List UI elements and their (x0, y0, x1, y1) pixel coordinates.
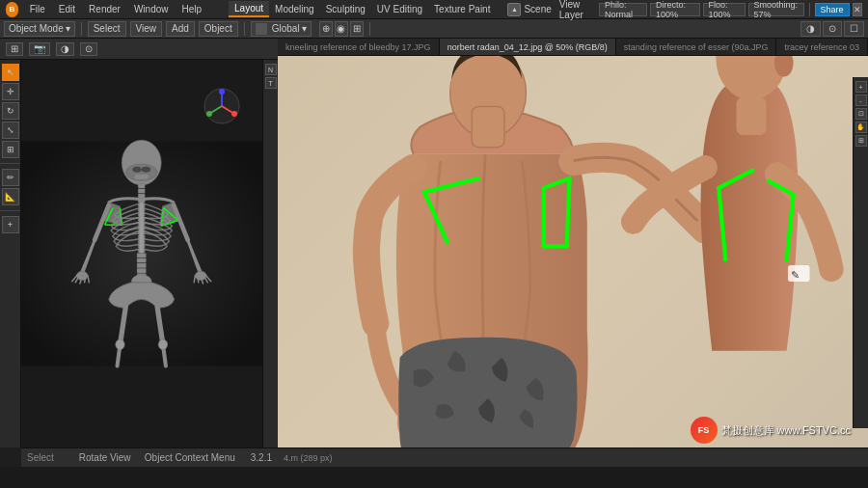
tab-layout[interactable]: Layout (229, 1, 269, 17)
left-viewport: ⊞ 📷 ◑ ⊙ ↖ ✛ ↻ ⤡ ⊞ ✏ 📐 + N T (0, 39, 278, 467)
left-sidebar: ↖ ✛ ↻ ⤡ ⊞ ✏ 📐 + (0, 60, 21, 447)
ref-tab-2[interactable]: norbert radan_04_12.jpg @ 50% (RGB/8) (440, 39, 616, 56)
top-menu-bar: B File Edit Render Window Help Layout Mo… (0, 0, 868, 19)
viewport-shading-type[interactable]: ◑ (56, 42, 74, 56)
viewport-cam-btn[interactable]: 📷 (29, 42, 50, 56)
scene-icon: ▲ (507, 3, 521, 16)
mirror-btn[interactable]: ⊞ (350, 21, 364, 37)
tab-texture-paint[interactable]: Texture Paint (428, 2, 496, 16)
svg-rect-33 (139, 203, 144, 254)
share-button[interactable]: Share (815, 3, 850, 16)
watermark-logo: FS (691, 417, 718, 444)
tool-rotate[interactable]: ↻ (2, 102, 19, 120)
menu-window[interactable]: Window (128, 2, 175, 16)
viewport-shading-btn[interactable]: ◑ (800, 21, 821, 37)
right-panel-tabs: kneeling reference of bleedby 17.JPG nor… (278, 39, 868, 56)
second-toolbar: Object Mode ▾ Select View Add Object Glo… (0, 19, 868, 39)
svg-rect-24 (137, 268, 146, 273)
ref-tab-1[interactable]: kneeling reference of bleedby 17.JPG (278, 39, 440, 56)
svg-point-3 (132, 167, 141, 173)
menu-help[interactable]: Help (176, 2, 207, 16)
tab-sculpting[interactable]: Sculpting (320, 2, 371, 16)
tool-annotate[interactable]: ✏ (2, 169, 19, 186)
transform-icon (256, 23, 267, 35)
smoothing-control[interactable]: Smoothing: 57% (748, 3, 804, 16)
zoom-region-icon[interactable]: ⊞ (855, 135, 867, 147)
svg-rect-22 (137, 258, 146, 263)
tool-cursor[interactable]: ↖ (2, 64, 19, 81)
object-mode-label: Object Mode (9, 23, 64, 34)
tool-transform[interactable]: ⊞ (2, 141, 19, 158)
version-display: 3.2.1 (251, 452, 272, 463)
philo-control[interactable]: Philo: Normal (599, 3, 647, 16)
dropdown-arrow: ▾ (66, 23, 70, 34)
right-panel-footer: 4.m (289 px) (278, 447, 868, 467)
athletes-svg: ✎ (278, 56, 868, 447)
svg-rect-50 (472, 106, 504, 147)
zoom-in-icon[interactable]: + (855, 81, 867, 93)
add-btn[interactable]: Add (166, 21, 195, 37)
tool-move[interactable]: ✛ (2, 83, 19, 100)
svg-point-44 (206, 111, 212, 117)
object-mode-dropdown[interactable]: Object Mode ▾ (4, 21, 75, 37)
viewport-header: ⊞ 📷 ◑ ⊙ (0, 39, 278, 60)
viewport-canvas[interactable] (21, 60, 262, 447)
prop-edit-btn[interactable]: ◉ (335, 21, 348, 37)
npanel-toggle[interactable]: N (265, 64, 277, 75)
menu-edit[interactable]: Edit (53, 2, 81, 16)
viewport-overlay-btn[interactable]: ⊙ (823, 21, 842, 37)
svg-point-42 (219, 89, 225, 95)
transform-dropdown[interactable]: Global ▾ (251, 21, 312, 37)
sep2 (244, 22, 245, 36)
xray-btn[interactable]: ☐ (844, 21, 864, 37)
app-icon: B (6, 2, 18, 17)
menu-render[interactable]: Render (83, 2, 126, 16)
view-layer-label[interactable]: View Layer (559, 0, 597, 20)
viewport-shading-mode[interactable]: ⊙ (80, 42, 97, 56)
svg-point-36 (116, 339, 124, 350)
svg-rect-23 (137, 263, 146, 268)
menu-file[interactable]: File (24, 2, 51, 16)
svg-rect-6 (138, 183, 145, 188)
watermark: FS 梵摄创意库 www.FSTVC.cc (691, 417, 851, 444)
reference-image: ✎ (278, 56, 868, 447)
svg-text:✎: ✎ (791, 269, 800, 281)
ref-tab-4[interactable]: tracey reference 03 (776, 39, 868, 56)
pan-icon[interactable]: ✋ (855, 122, 867, 133)
directo-control[interactable]: Directo: 100% (650, 3, 700, 16)
tab-modeling[interactable]: Modeling (269, 2, 320, 16)
tool-measure[interactable]: 📐 (2, 188, 19, 205)
navigation-gizmo[interactable] (203, 87, 241, 125)
tool-add[interactable]: + (2, 216, 19, 233)
select-btn[interactable]: Select (88, 21, 126, 37)
tool-separator (0, 163, 20, 164)
svg-rect-60 (737, 97, 767, 135)
view-btn[interactable]: View (130, 21, 163, 37)
tool-scale[interactable]: ⤡ (2, 122, 19, 139)
separator (809, 3, 810, 16)
global-label: Global (272, 23, 300, 34)
ref-tab-3[interactable]: standing reference of esser (90a.JPG (616, 39, 777, 56)
scene-label[interactable]: Scene (524, 4, 551, 14)
sep1 (81, 22, 82, 36)
fit-view-icon[interactable]: ⊡ (855, 108, 867, 120)
tab-uv-editing[interactable]: UV Editing (371, 2, 428, 16)
file-info: 4.m (289 px) (284, 453, 333, 463)
svg-rect-21 (137, 253, 146, 258)
watermark-text: 梵摄创意库 www.FSTVC.cc (721, 423, 851, 438)
zoom-out-icon[interactable]: - (855, 95, 867, 106)
svg-point-37 (158, 339, 167, 350)
viewport-menu-btn[interactable]: ⊞ (6, 42, 23, 56)
close-button[interactable]: ✕ (853, 3, 862, 16)
object-btn[interactable]: Object (199, 21, 238, 37)
right-mini-toolbar: N T (262, 60, 278, 447)
svg-rect-5 (134, 174, 149, 179)
top-right-bar: Philo: Normal Directo: 100% Floo: 100% S… (599, 3, 862, 16)
right-toolbar-icons: + - ⊡ ✋ ⊞ (853, 77, 868, 428)
tpanel-toggle[interactable]: T (265, 77, 277, 89)
global-arrow: ▾ (302, 23, 307, 34)
snap-btn[interactable]: ⊕ (319, 21, 333, 37)
svg-rect-8 (138, 194, 145, 199)
floo-control[interactable]: Floo: 100% (703, 3, 746, 16)
svg-rect-7 (138, 189, 145, 194)
